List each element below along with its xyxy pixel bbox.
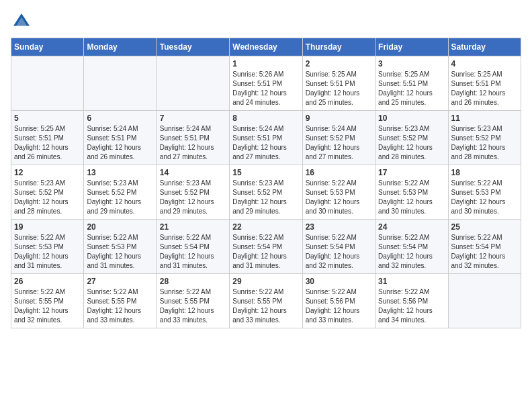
day-info: Sunrise: 5:23 AM Sunset: 5:52 PM Dayligh… [232,179,299,216]
day-info: Sunrise: 5:22 AM Sunset: 5:56 PM Dayligh… [378,287,445,325]
weekday-header-row: SundayMondayTuesdayWednesdayThursdayFrid… [11,38,521,56]
day-number: 10 [378,113,445,123]
calendar-cell: 5Sunrise: 5:25 AM Sunset: 5:51 PM Daylig… [11,111,84,165]
day-number: 18 [451,168,518,177]
calendar-cell: 9Sunrise: 5:24 AM Sunset: 5:52 PM Daylig… [302,111,375,165]
day-number: 15 [232,168,299,177]
day-info: Sunrise: 5:24 AM Sunset: 5:51 PM Dayligh… [232,124,299,162]
day-number: 23 [306,222,372,232]
day-info: Sunrise: 5:22 AM Sunset: 5:53 PM Dayligh… [378,179,445,216]
day-info: Sunrise: 5:22 AM Sunset: 5:55 PM Dayligh… [160,287,226,325]
day-info: Sunrise: 5:26 AM Sunset: 5:51 PM Dayligh… [232,70,299,107]
day-number: 11 [451,113,518,123]
day-info: Sunrise: 5:24 AM Sunset: 5:51 PM Dayligh… [160,124,226,162]
weekday-header-saturday: Saturday [448,38,521,56]
calendar-cell: 27Sunrise: 5:22 AM Sunset: 5:55 PM Dayli… [84,274,157,328]
weekday-header-friday: Friday [375,38,448,56]
day-number: 21 [160,222,226,232]
calendar-cell: 24Sunrise: 5:22 AM Sunset: 5:54 PM Dayli… [375,220,448,274]
day-info: Sunrise: 5:22 AM Sunset: 5:54 PM Dayligh… [378,233,445,271]
weekday-header-wednesday: Wednesday [230,38,302,56]
day-number: 26 [14,277,81,286]
calendar-cell: 25Sunrise: 5:22 AM Sunset: 5:54 PM Dayli… [448,220,521,274]
weekday-header-tuesday: Tuesday [157,38,229,56]
day-info: Sunrise: 5:25 AM Sunset: 5:51 PM Dayligh… [378,70,445,107]
day-info: Sunrise: 5:23 AM Sunset: 5:52 PM Dayligh… [87,179,153,216]
day-info: Sunrise: 5:22 AM Sunset: 5:55 PM Dayligh… [87,287,153,325]
day-info: Sunrise: 5:25 AM Sunset: 5:51 PM Dayligh… [451,70,518,107]
calendar-cell: 20Sunrise: 5:22 AM Sunset: 5:53 PM Dayli… [84,220,157,274]
calendar-cell: 10Sunrise: 5:23 AM Sunset: 5:52 PM Dayli… [375,111,448,165]
week-row-4: 19Sunrise: 5:22 AM Sunset: 5:53 PM Dayli… [11,220,521,274]
calendar-cell: 21Sunrise: 5:22 AM Sunset: 5:54 PM Dayli… [157,220,229,274]
calendar-cell: 28Sunrise: 5:22 AM Sunset: 5:55 PM Dayli… [157,274,229,328]
day-number: 7 [160,113,226,123]
day-info: Sunrise: 5:25 AM Sunset: 5:51 PM Dayligh… [14,124,81,162]
day-info: Sunrise: 5:22 AM Sunset: 5:54 PM Dayligh… [451,233,518,271]
day-number: 8 [232,113,299,123]
calendar-cell: 18Sunrise: 5:22 AM Sunset: 5:53 PM Dayli… [448,165,521,220]
calendar-cell: 12Sunrise: 5:23 AM Sunset: 5:52 PM Dayli… [11,165,84,220]
day-info: Sunrise: 5:22 AM Sunset: 5:53 PM Dayligh… [451,179,518,216]
calendar-cell [11,56,84,111]
day-number: 25 [451,222,518,232]
weekday-header-monday: Monday [84,38,157,56]
day-number: 14 [160,168,226,177]
day-number: 24 [378,222,445,232]
calendar-cell: 7Sunrise: 5:24 AM Sunset: 5:51 PM Daylig… [157,111,229,165]
day-number: 12 [14,168,81,177]
day-info: Sunrise: 5:22 AM Sunset: 5:54 PM Dayligh… [232,233,299,271]
calendar-cell: 6Sunrise: 5:24 AM Sunset: 5:51 PM Daylig… [84,111,157,165]
calendar-cell: 1Sunrise: 5:26 AM Sunset: 5:51 PM Daylig… [230,56,302,111]
page-header [11,11,521,32]
day-number: 31 [378,277,445,286]
calendar-cell: 23Sunrise: 5:22 AM Sunset: 5:54 PM Dayli… [302,220,375,274]
calendar-cell: 8Sunrise: 5:24 AM Sunset: 5:51 PM Daylig… [230,111,302,165]
calendar-cell: 17Sunrise: 5:22 AM Sunset: 5:53 PM Dayli… [375,165,448,220]
day-number: 4 [451,59,518,68]
calendar-cell [448,274,521,328]
calendar-cell: 14Sunrise: 5:23 AM Sunset: 5:52 PM Dayli… [157,165,229,220]
calendar-cell: 30Sunrise: 5:22 AM Sunset: 5:56 PM Dayli… [302,274,375,328]
calendar-cell: 2Sunrise: 5:25 AM Sunset: 5:51 PM Daylig… [302,56,375,111]
calendar-cell [84,56,157,111]
week-row-5: 26Sunrise: 5:22 AM Sunset: 5:55 PM Dayli… [11,274,521,328]
logo-icon [11,11,32,32]
day-info: Sunrise: 5:23 AM Sunset: 5:52 PM Dayligh… [160,179,226,216]
day-info: Sunrise: 5:23 AM Sunset: 5:52 PM Dayligh… [451,124,518,162]
week-row-2: 5Sunrise: 5:25 AM Sunset: 5:51 PM Daylig… [11,111,521,165]
day-number: 19 [14,222,81,232]
calendar-cell: 15Sunrise: 5:23 AM Sunset: 5:52 PM Dayli… [230,165,302,220]
calendar-cell: 4Sunrise: 5:25 AM Sunset: 5:51 PM Daylig… [448,56,521,111]
day-info: Sunrise: 5:22 AM Sunset: 5:55 PM Dayligh… [14,287,81,325]
day-number: 3 [378,59,445,68]
day-info: Sunrise: 5:22 AM Sunset: 5:55 PM Dayligh… [232,287,299,325]
day-number: 29 [232,277,299,286]
calendar-cell [157,56,229,111]
week-row-1: 1Sunrise: 5:26 AM Sunset: 5:51 PM Daylig… [11,56,521,111]
day-number: 16 [306,168,372,177]
weekday-header-sunday: Sunday [11,38,84,56]
day-number: 20 [87,222,153,232]
logo [11,11,35,32]
day-info: Sunrise: 5:24 AM Sunset: 5:51 PM Dayligh… [87,124,153,162]
day-info: Sunrise: 5:22 AM Sunset: 5:53 PM Dayligh… [87,233,153,271]
day-info: Sunrise: 5:22 AM Sunset: 5:56 PM Dayligh… [306,287,372,325]
day-info: Sunrise: 5:22 AM Sunset: 5:54 PM Dayligh… [160,233,226,271]
calendar-cell: 31Sunrise: 5:22 AM Sunset: 5:56 PM Dayli… [375,274,448,328]
day-number: 28 [160,277,226,286]
calendar-cell: 22Sunrise: 5:22 AM Sunset: 5:54 PM Dayli… [230,220,302,274]
day-number: 9 [306,113,372,123]
day-number: 17 [378,168,445,177]
calendar-cell: 16Sunrise: 5:22 AM Sunset: 5:53 PM Dayli… [302,165,375,220]
day-info: Sunrise: 5:22 AM Sunset: 5:54 PM Dayligh… [306,233,372,271]
calendar-cell: 13Sunrise: 5:23 AM Sunset: 5:52 PM Dayli… [84,165,157,220]
day-info: Sunrise: 5:25 AM Sunset: 5:51 PM Dayligh… [306,70,372,107]
day-number: 6 [87,113,153,123]
day-number: 13 [87,168,153,177]
calendar-table: SundayMondayTuesdayWednesdayThursdayFrid… [11,38,521,328]
day-number: 30 [306,277,372,286]
day-info: Sunrise: 5:23 AM Sunset: 5:52 PM Dayligh… [378,124,445,162]
day-number: 22 [232,222,299,232]
day-info: Sunrise: 5:22 AM Sunset: 5:53 PM Dayligh… [14,233,81,271]
